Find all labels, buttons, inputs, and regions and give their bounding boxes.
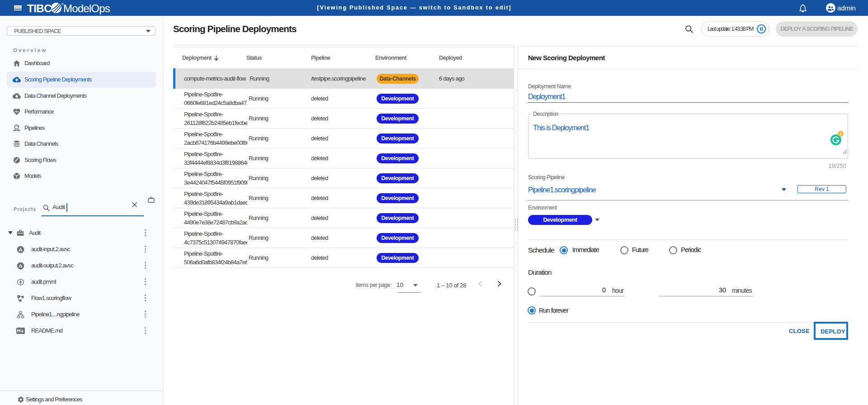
svg-text:1: 1 — [840, 132, 842, 136]
